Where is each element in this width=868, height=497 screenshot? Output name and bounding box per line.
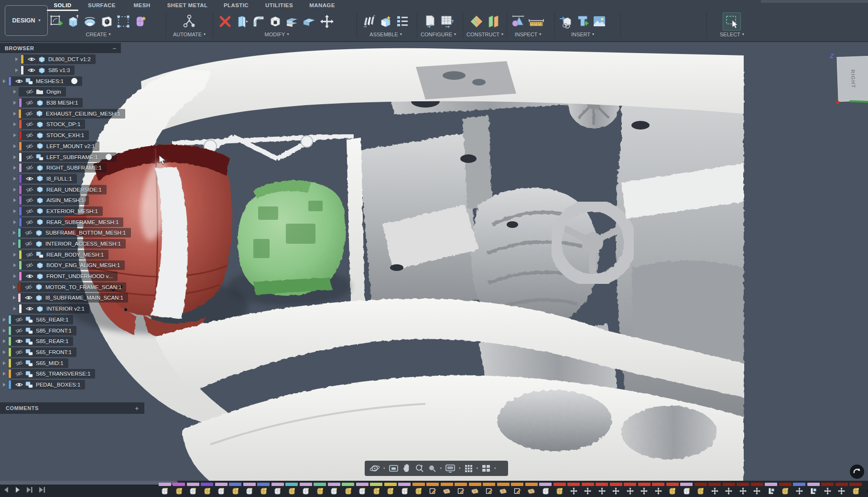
visibility-eye-off-icon[interactable] xyxy=(23,230,34,236)
viewports-dropdown-caret[interactable]: ▾ xyxy=(494,466,496,470)
timeline-feature-mw[interactable] xyxy=(299,483,313,497)
timeline-feature-mw[interactable] xyxy=(355,483,369,497)
timeline-feature-sk[interactable] xyxy=(426,483,440,497)
zoom-icon[interactable] xyxy=(415,463,424,474)
timeline-feature-mv[interactable] xyxy=(722,483,736,497)
joint-icon[interactable] xyxy=(395,12,410,31)
display-dropdown-caret[interactable]: ▾ xyxy=(459,466,461,470)
visibility-eye-off-icon[interactable] xyxy=(24,100,35,106)
revolve-icon[interactable] xyxy=(82,12,98,31)
timeline-feature-al[interactable] xyxy=(764,483,779,497)
configuration-table-icon[interactable] xyxy=(439,12,455,31)
group-label-automate[interactable]: AUTOMATE xyxy=(173,32,202,37)
section-analysis-icon[interactable] xyxy=(361,12,377,31)
group-label-insert[interactable]: INSERT xyxy=(571,32,590,37)
design-workspace-dropdown[interactable]: DESIGN ▾ xyxy=(5,5,48,36)
shell-icon[interactable] xyxy=(268,12,283,31)
timeline-step-forward-button[interactable] xyxy=(26,486,33,495)
visibility-eye-off-icon[interactable] xyxy=(24,143,35,149)
visibility-eye-off-icon[interactable] xyxy=(24,187,35,193)
ribbon-tab-plastic[interactable]: PLASTIC xyxy=(221,1,251,9)
browser-item-right-subframe-1[interactable]: RIGHT_SUBFRAME:1 xyxy=(0,162,125,173)
visibility-eye-icon[interactable] xyxy=(23,295,34,301)
group-label-create[interactable]: CREATE xyxy=(86,32,107,37)
expand-arrow-icon[interactable] xyxy=(12,285,16,290)
timeline-feature-mg[interactable] xyxy=(313,483,327,497)
expand-arrow-icon[interactable] xyxy=(12,230,16,235)
timeline-feature-mw[interactable] xyxy=(398,483,412,497)
browser-item-i8-subframe-main-scan-1[interactable]: I8_SUBFRAME_MAIN_SCAN:1 xyxy=(0,292,125,303)
measure-icon[interactable] xyxy=(510,12,526,31)
timeline-feature-mw[interactable] xyxy=(214,483,228,497)
timeline-feature-fo[interactable] xyxy=(468,483,482,497)
timeline-feature-mg[interactable] xyxy=(553,483,567,497)
visibility-eye-off-icon[interactable] xyxy=(24,208,35,214)
grid-settings-icon[interactable] xyxy=(464,463,473,474)
activate-radio-button[interactable] xyxy=(106,154,112,160)
comments-panel[interactable]: COMMENTS + xyxy=(0,402,144,414)
fit-icon[interactable] xyxy=(428,463,437,474)
automate-icon[interactable] xyxy=(180,12,198,31)
new-component-icon[interactable] xyxy=(378,12,393,31)
browser-item-origin[interactable]: Origin xyxy=(0,86,125,97)
expand-arrow-icon[interactable] xyxy=(2,350,7,355)
insert-mesh-icon[interactable] xyxy=(558,12,574,31)
expand-arrow-icon[interactable] xyxy=(12,198,17,203)
timeline-feature-mv[interactable] xyxy=(821,483,835,497)
expand-arrow-icon[interactable] xyxy=(12,274,17,279)
browser-item-rear-subframe-mesh-1[interactable]: REAR_SUBFRAME_MESH:1 xyxy=(0,216,125,227)
visibility-eye-icon[interactable] xyxy=(14,338,24,344)
select-icon[interactable] xyxy=(723,12,741,31)
visibility-eye-off-icon[interactable] xyxy=(24,132,35,138)
visibility-eye-off-icon[interactable] xyxy=(24,219,35,225)
browser-item-left-mount-v2-1[interactable]: LEFT_MOUNT v2:1 xyxy=(0,141,125,152)
combine-icon[interactable] xyxy=(284,12,300,31)
browser-item-s85-rear-1[interactable]: S85_REAR:1 xyxy=(0,336,125,347)
browser-collapse-button[interactable]: – xyxy=(113,45,116,51)
timeline-feature-sk[interactable] xyxy=(482,483,497,497)
expand-arrow-icon[interactable] xyxy=(12,100,17,105)
browser-item-dl800-dct-v1-2[interactable]: DL800_DCT v1:2 xyxy=(0,54,125,65)
browser-item-i8-full-1[interactable]: I8_FULL:1 xyxy=(0,173,125,184)
visibility-eye-icon[interactable] xyxy=(24,273,35,279)
timeline-feature-mg[interactable] xyxy=(383,483,398,497)
expand-arrow-icon[interactable] xyxy=(12,295,16,300)
group-label-select[interactable]: SELECT xyxy=(720,32,740,37)
expand-arrow-icon[interactable] xyxy=(12,155,17,160)
browser-item-rear-underside-1[interactable]: REAR_UNDERSIDE:1 xyxy=(0,184,125,195)
timeline-feature-mg[interactable] xyxy=(200,483,215,497)
timeline-feature-mg[interactable] xyxy=(341,483,356,497)
timeline-feature-mv[interactable] xyxy=(637,483,651,497)
ribbon-tab-sheet-metal[interactable]: SHEET METAL xyxy=(164,1,211,9)
visibility-eye-off-icon[interactable] xyxy=(14,328,24,334)
browser-item-s65-front-1[interactable]: S65_FRONT:1 xyxy=(0,347,125,358)
visibility-eye-icon[interactable] xyxy=(26,67,37,73)
viewports-icon[interactable] xyxy=(481,463,491,474)
timeline-feature-mw[interactable] xyxy=(271,483,285,497)
expand-arrow-icon[interactable] xyxy=(12,187,17,192)
expand-arrow-icon[interactable] xyxy=(2,317,7,322)
timeline-feature-sk[interactable] xyxy=(510,483,525,497)
timeline-feature-mg[interactable] xyxy=(778,483,792,497)
timeline-feature-mg[interactable] xyxy=(285,483,299,497)
expand-arrow-icon[interactable] xyxy=(12,89,17,94)
ribbon-tab-solid[interactable]: SOLID xyxy=(51,1,74,9)
configuration-icon[interactable] xyxy=(423,12,438,31)
orbit-icon[interactable] xyxy=(369,463,380,474)
browser-header[interactable]: BROWSER – xyxy=(0,43,121,53)
decal-icon[interactable] xyxy=(575,12,590,31)
timeline-feature-mg[interactable] xyxy=(412,483,426,497)
expand-arrow-icon[interactable] xyxy=(2,79,7,84)
timeline-feature-al[interactable] xyxy=(806,483,821,497)
timeline-feature-mg[interactable] xyxy=(849,483,863,497)
expand-arrow-icon[interactable] xyxy=(12,165,17,170)
viewport-canvas[interactable]: RIGHT Z ▾ ▾ xyxy=(0,42,868,482)
hole-icon[interactable] xyxy=(99,12,114,31)
expand-arrow-icon[interactable] xyxy=(12,241,16,246)
visibility-eye-icon[interactable] xyxy=(26,56,37,62)
timeline-feature-mv[interactable] xyxy=(750,483,764,497)
ribbon-tab-utilities[interactable]: UTILITIES xyxy=(262,1,296,9)
browser-item-stock-exh-1[interactable]: STOCK_EXH:1 xyxy=(0,130,125,141)
expand-arrow-icon[interactable] xyxy=(14,57,19,62)
add-comment-button[interactable]: + xyxy=(135,405,139,412)
